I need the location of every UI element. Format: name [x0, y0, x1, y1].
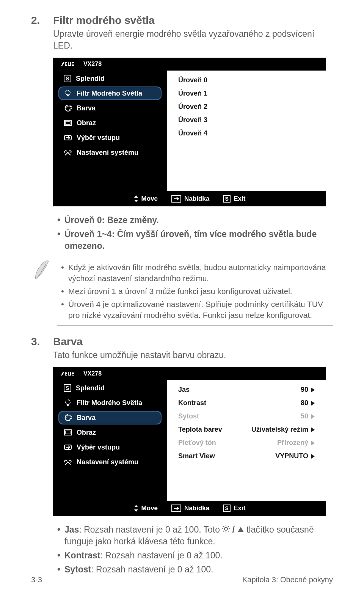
- menu-item-label: Nastavení systému: [77, 149, 138, 157]
- option-label: Úroveň 3: [178, 116, 315, 124]
- osd-menu-item: SSplendid: [58, 381, 162, 395]
- osd-option-row: Pleťový tónPřirozený: [170, 436, 323, 450]
- chevron-right-icon: [311, 401, 315, 406]
- menu-item-label: Filtr Modrého Světla: [77, 90, 142, 97]
- osd-model: VX278: [83, 370, 102, 377]
- menu-item-label: Barva: [77, 414, 96, 422]
- svg-point-2: [66, 107, 67, 108]
- option-label: Úroveň 2: [178, 103, 315, 111]
- palette-icon: [64, 104, 72, 112]
- bullet-text: Úroveň 0: Beze změny.: [64, 214, 333, 226]
- osd-option-row: Úroveň 3: [170, 113, 323, 127]
- osd-option-row: Úroveň 0: [170, 74, 323, 87]
- page-number: 3-3: [31, 575, 42, 584]
- menu-item-label: Obraz: [77, 119, 96, 127]
- page-footer: 3-3 Kapitola 3: Obecné pokyny: [31, 575, 333, 584]
- osd-menu-item: Výběr vstupu: [58, 131, 162, 145]
- svg-rect-6: [66, 121, 70, 124]
- osd-options: Úroveň 0Úroveň 1Úroveň 2Úroveň 3Úroveň 4: [167, 71, 326, 191]
- osd-footer: Move Nabídka S Exit: [53, 501, 326, 516]
- updown-arrow-icon: [134, 195, 138, 202]
- chevron-right-icon: [311, 428, 315, 432]
- image-icon: [64, 428, 72, 437]
- osd-menu-item: Obraz: [58, 426, 162, 439]
- section-2-header: 2. Filtr modrého světla: [31, 14, 333, 27]
- svg-line-24: [228, 531, 229, 531]
- osd-option-row: Úroveň 1: [170, 87, 323, 100]
- svg-point-11: [66, 417, 67, 418]
- osd-options: Jas90Kontrast80Sytost50Teplota barevUživ…: [167, 380, 326, 501]
- chevron-right-icon: [311, 441, 315, 445]
- osd-screenshot-2: VX278 SSplendidFiltr Modrého SvětlaBarva…: [53, 367, 326, 516]
- note-block: •Když je aktivován filtr modrého světla,…: [33, 257, 333, 326]
- svg-point-12: [67, 415, 68, 417]
- note-bullet: Když je aktivován filtr modrého světla, …: [68, 262, 333, 284]
- bullet-text: Sytost: Rozsah nastavení je 0 až 100.: [64, 564, 333, 575]
- bullet-text: Jas: Rozsah nastavení je 0 až 100. Toto …: [64, 524, 333, 547]
- menu-item-label: Výběr vstupu: [77, 134, 120, 142]
- option-value: 50: [301, 412, 308, 420]
- menu-item-label: Filtr Modrého Světla: [77, 399, 142, 407]
- chevron-right-icon: [311, 414, 315, 419]
- quill-icon: [33, 257, 50, 283]
- chevron-right-icon: [311, 388, 315, 392]
- asus-logo-icon: [61, 371, 80, 376]
- svg-point-18: [224, 527, 228, 530]
- s-icon: S: [64, 384, 71, 392]
- option-label: Sytost: [178, 412, 301, 420]
- svg-point-3: [67, 106, 68, 107]
- footer-move: Move: [141, 505, 158, 512]
- section-title: Filtr modrého světla: [53, 14, 155, 27]
- osd-option-row: Smart ViewVYPNUTO: [170, 450, 323, 463]
- osd-option-row: Teplota barevUživatelský režim: [170, 423, 323, 436]
- option-label: Úroveň 0: [178, 76, 315, 84]
- bullet-text: Úroveň 1~4: Čím vyšší úroveň, tím více m…: [64, 228, 333, 252]
- up-triangle-icon: [237, 527, 244, 533]
- osd-footer: Move Nabídka S Exit: [53, 191, 326, 206]
- bulb-icon: [64, 89, 72, 97]
- osd-menu-item: Nastavení systému: [58, 146, 162, 159]
- osd-menu-item: Nastavení systému: [58, 455, 162, 469]
- tools-icon: [64, 458, 72, 466]
- osd-option-row: Úroveň 2: [170, 100, 323, 113]
- bullet-item: Úroveň 1~4: Čím vyšší úroveň, tím více m…: [64, 229, 317, 251]
- section-3-header: 3. Barva: [31, 336, 333, 348]
- osd-menu-item: Barva: [58, 101, 162, 115]
- option-label: Smart View: [178, 452, 275, 460]
- chevron-right-icon: [311, 454, 315, 459]
- svg-point-0: [66, 90, 70, 95]
- osd-option-row: Úroveň 4: [170, 127, 323, 140]
- section-number: 2.: [31, 14, 42, 27]
- section-desc: Tato funkce umožňuje nastavit barvu obra…: [53, 349, 333, 361]
- svg-point-13: [69, 415, 70, 417]
- s-icon: S: [64, 75, 71, 82]
- option-label: Teplota barev: [178, 426, 251, 434]
- option-value: VYPNUTO: [275, 452, 308, 460]
- option-label: Jas: [178, 386, 301, 394]
- option-label: Úroveň 1: [178, 90, 315, 97]
- bullet-item: Úroveň 0: Beze změny.: [64, 215, 159, 225]
- color-description-list: • Jas: Rozsah nastavení je 0 až 100. Tot…: [53, 523, 333, 577]
- svg-line-23: [223, 526, 224, 527]
- menu-button-icon: [171, 505, 181, 512]
- osd-menu-item: Obraz: [58, 116, 162, 130]
- s-button-icon: S: [223, 505, 231, 512]
- bulb-icon: [64, 399, 72, 407]
- svg-line-25: [228, 526, 229, 527]
- menu-item-label: Barva: [77, 104, 96, 112]
- osd-header: VX278: [53, 367, 326, 380]
- option-value: 80: [301, 399, 308, 407]
- svg-rect-10: [67, 404, 69, 406]
- svg-line-26: [223, 531, 224, 531]
- osd-menu: SSplendidFiltr Modrého SvětlaBarvaObrazV…: [53, 380, 167, 501]
- svg-rect-1: [67, 94, 69, 96]
- osd-option-row: Jas90: [170, 383, 323, 396]
- osd-menu-item: Filtr Modrého Světla: [58, 396, 162, 410]
- osd-option-row: Sytost50: [170, 410, 323, 423]
- option-value: Přirozený: [277, 439, 308, 447]
- section-desc: Upravte úroveň energie modrého světla vy…: [53, 28, 333, 52]
- footer-menu: Nabídka: [184, 505, 209, 512]
- menu-item-label: Splendid: [76, 384, 105, 392]
- level-description-list: •Úroveň 0: Beze změny. •Úroveň 1~4: Čím …: [53, 213, 333, 253]
- menu-item-label: Splendid: [76, 75, 105, 83]
